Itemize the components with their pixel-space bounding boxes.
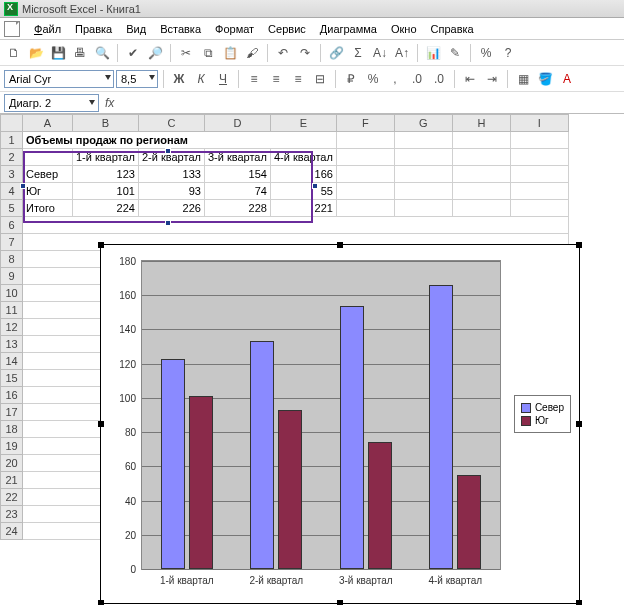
spellcheck-icon[interactable]: ✔ [123,43,143,63]
cell[interactable] [510,149,568,166]
row-header[interactable]: 14 [1,353,23,370]
merge-icon[interactable]: ⊟ [310,69,330,89]
cell[interactable] [336,200,394,217]
cell[interactable]: 2-й квартал [138,149,204,166]
row-header[interactable]: 7 [1,234,23,251]
row-header[interactable]: 2 [1,149,23,166]
sort-desc-icon[interactable]: A↑ [392,43,412,63]
cell[interactable] [452,166,510,183]
font-selector[interactable]: Arial Cyr [4,70,114,88]
menu-edit[interactable]: Правка [69,21,118,37]
row-header[interactable]: 20 [1,455,23,472]
chart-handle[interactable] [337,242,343,248]
save-icon[interactable]: 💾 [48,43,68,63]
cell[interactable]: Север [23,166,73,183]
cell[interactable]: 228 [204,200,270,217]
select-all-corner[interactable] [1,115,23,132]
col-header[interactable]: A [23,115,73,132]
cell[interactable] [336,166,394,183]
paste-icon[interactable]: 📋 [220,43,240,63]
borders-icon[interactable]: ▦ [513,69,533,89]
fx-icon[interactable]: fx [105,96,114,110]
open-icon[interactable]: 📂 [26,43,46,63]
menu-insert[interactable]: Вставка [154,21,207,37]
font-size-selector[interactable]: 8,5 [116,70,158,88]
cell[interactable] [336,149,394,166]
menu-diagram[interactable]: Диаграмма [314,21,383,37]
increase-indent-icon[interactable]: ⇥ [482,69,502,89]
cell[interactable] [452,183,510,200]
format-painter-icon[interactable]: 🖌 [242,43,262,63]
autosum-icon[interactable]: Σ [348,43,368,63]
worksheet-grid[interactable]: A B C D E F G H I 1 Объемы продаж по рег… [0,114,624,540]
row-header[interactable]: 11 [1,302,23,319]
increase-decimal-icon[interactable]: .0 [407,69,427,89]
align-right-icon[interactable]: ≡ [288,69,308,89]
embedded-chart[interactable]: 0204060801001201401601801-й квартал2-й к… [100,244,580,604]
hyperlink-icon[interactable]: 🔗 [326,43,346,63]
currency-icon[interactable]: ₽ [341,69,361,89]
cell[interactable]: 133 [138,166,204,183]
row-header[interactable]: 22 [1,489,23,506]
cell[interactable]: 1-й квартал [73,149,139,166]
row-header[interactable]: 18 [1,421,23,438]
bold-icon[interactable]: Ж [169,69,189,89]
cell[interactable] [510,200,568,217]
col-header[interactable]: C [138,115,204,132]
cell[interactable] [394,149,452,166]
cell[interactable] [394,132,452,149]
decrease-decimal-icon[interactable]: .0 [429,69,449,89]
align-left-icon[interactable]: ≡ [244,69,264,89]
undo-icon[interactable]: ↶ [273,43,293,63]
percent-icon[interactable]: % [363,69,383,89]
cell[interactable] [394,166,452,183]
cell[interactable] [510,183,568,200]
cell[interactable]: 4-й квартал [270,149,336,166]
row-header[interactable]: 12 [1,319,23,336]
formula-bar[interactable] [120,95,620,111]
menu-file[interactable]: Файл [28,21,67,37]
cell[interactable]: 154 [204,166,270,183]
chart-handle[interactable] [98,242,104,248]
font-color-icon[interactable]: A [557,69,577,89]
cell[interactable]: 224 [73,200,139,217]
row-header[interactable]: 6 [1,217,23,234]
cell[interactable]: Юг [23,183,73,200]
row-header[interactable]: 1 [1,132,23,149]
chart-wizard-icon[interactable]: 📊 [423,43,443,63]
row-header[interactable]: 10 [1,285,23,302]
copy-icon[interactable]: ⧉ [198,43,218,63]
comma-icon[interactable]: , [385,69,405,89]
drawing-icon[interactable]: ✎ [445,43,465,63]
menu-format[interactable]: Формат [209,21,260,37]
chart-handle[interactable] [576,421,582,427]
row-header[interactable]: 8 [1,251,23,268]
row-header[interactable]: 9 [1,268,23,285]
cell[interactable] [452,132,510,149]
decrease-indent-icon[interactable]: ⇤ [460,69,480,89]
sort-asc-icon[interactable]: A↓ [370,43,390,63]
cell[interactable] [336,183,394,200]
cell[interactable] [510,166,568,183]
row-header[interactable]: 17 [1,404,23,421]
cut-icon[interactable]: ✂ [176,43,196,63]
cell[interactable] [510,132,568,149]
cell[interactable] [452,149,510,166]
align-center-icon[interactable]: ≡ [266,69,286,89]
menu-service[interactable]: Сервис [262,21,312,37]
research-icon[interactable]: 🔎 [145,43,165,63]
cell[interactable] [23,149,73,166]
col-header[interactable]: D [204,115,270,132]
col-header[interactable]: B [73,115,139,132]
chart-handle[interactable] [576,600,582,605]
cell[interactable]: 93 [138,183,204,200]
row-header[interactable]: 21 [1,472,23,489]
cell[interactable] [394,183,452,200]
menu-help[interactable]: Справка [425,21,480,37]
row-header[interactable]: 3 [1,166,23,183]
preview-icon[interactable]: 🔍 [92,43,112,63]
cell[interactable]: 221 [270,200,336,217]
col-header[interactable]: F [336,115,394,132]
row-header[interactable]: 23 [1,506,23,523]
cell[interactable] [394,200,452,217]
